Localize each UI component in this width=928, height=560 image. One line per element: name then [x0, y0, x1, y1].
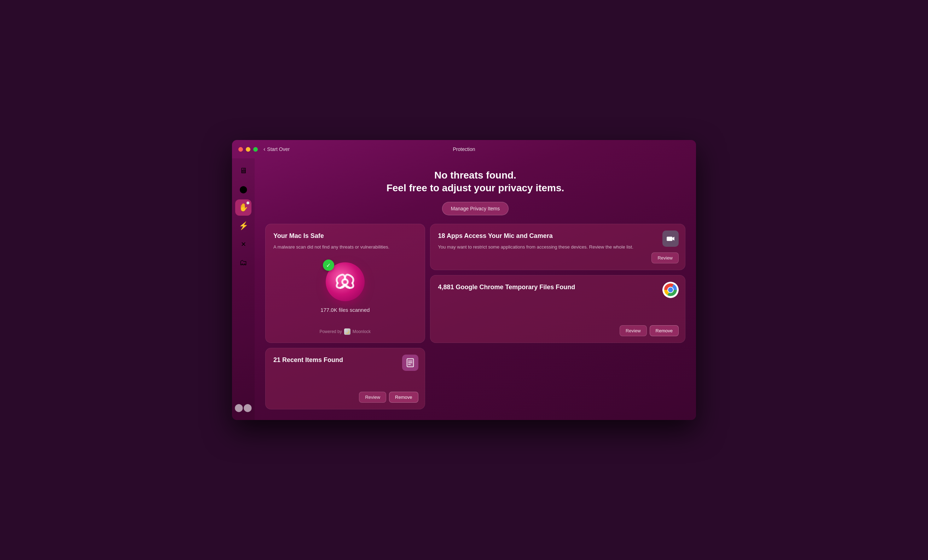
card-recent-items: 21 Recent Items Found Review Remove	[265, 348, 425, 409]
safe-illustration: ✓	[273, 251, 417, 325]
close-button[interactable]	[238, 147, 243, 152]
chrome-card-title: 4,881 Google Chrome Temporary Files Foun…	[438, 283, 677, 291]
moonlock-brand: Moonlock	[353, 329, 371, 334]
scan-count: 177.0K files scanned	[321, 307, 369, 313]
back-button[interactable]: ‹ Start Over	[264, 146, 290, 153]
chrome-icon	[662, 282, 679, 298]
mic-camera-title: 18 Apps Access Your Mic and Camera	[438, 232, 677, 240]
settings-button[interactable]: ⬤⬤	[235, 400, 252, 416]
traffic-lights	[238, 147, 258, 152]
svg-point-8	[668, 287, 673, 292]
minimize-button[interactable]	[246, 147, 250, 152]
titlebar: ‹ Start Over Protection	[232, 140, 696, 159]
card-chrome: 4,881 Google Chrome Temporary Files Foun…	[430, 275, 685, 343]
mic-camera-actions: Review	[652, 252, 679, 263]
moonlock-logo: 🌙	[344, 328, 351, 335]
camera-icon	[662, 230, 679, 247]
recent-actions: Review Remove	[359, 392, 418, 403]
powered-by-label: Powered by	[319, 329, 342, 334]
window-title: Protection	[453, 146, 475, 152]
manage-privacy-items-button[interactable]: Manage Privacy Items	[442, 202, 509, 215]
sidebar-item-protection[interactable]: ✋	[235, 199, 252, 216]
sidebar-item-performance[interactable]: ⚡	[235, 218, 252, 234]
chrome-review-button[interactable]: Review	[620, 325, 647, 336]
sidebar-item-files[interactable]: 🗂	[235, 255, 252, 271]
recent-remove-button[interactable]: Remove	[389, 392, 418, 403]
protection-icon: ✋	[239, 203, 248, 212]
safe-card-title: Your Mac Is Safe	[273, 232, 417, 240]
chevron-left-icon: ‹	[264, 146, 265, 153]
mic-camera-description: You may want to restrict some applicatio…	[438, 244, 677, 251]
header-section: No threats found. Feel free to adjust yo…	[265, 165, 685, 224]
header-line1: No threats found.	[265, 169, 685, 182]
app-window: ‹ Start Over Protection 🖥 ⬤ ✋ ⚡ ✕	[232, 140, 696, 420]
settings-icon: ⬤⬤	[235, 403, 252, 412]
svg-rect-3	[667, 237, 672, 241]
files-icon: 🗂	[240, 258, 247, 267]
shield-badge: ✓	[323, 259, 334, 271]
biohazard-circle: ✓	[326, 262, 365, 301]
maximize-button[interactable]	[253, 147, 258, 152]
chrome-remove-button[interactable]: Remove	[650, 325, 679, 336]
active-dot	[246, 201, 249, 204]
recent-items-title: 21 Recent Items Found	[273, 356, 417, 364]
recent-review-button[interactable]: Review	[359, 392, 386, 403]
mic-camera-review-button[interactable]: Review	[652, 252, 679, 263]
apps-icon: ✕	[241, 240, 246, 248]
svg-marker-4	[672, 237, 674, 240]
disk-icon: 🖥	[240, 166, 247, 175]
document-list-svg	[405, 358, 415, 368]
privacy-icon: ⬤	[240, 185, 247, 194]
card-mic-camera: 18 Apps Access Your Mic and Camera You m…	[430, 224, 685, 270]
card-safe: Your Mac Is Safe A malware scan did not …	[265, 224, 425, 343]
recent-items-icon	[402, 355, 418, 371]
header-title: No threats found. Feel free to adjust yo…	[265, 169, 685, 195]
performance-icon: ⚡	[239, 221, 248, 230]
main-layout: 🖥 ⬤ ✋ ⚡ ✕ 🗂 ⬤⬤	[232, 159, 696, 420]
header-line2: Feel free to adjust your privacy items.	[265, 182, 685, 194]
cards-grid: Your Mac Is Safe A malware scan did not …	[265, 224, 685, 409]
camera-svg	[666, 234, 675, 243]
biohazard-icon: ✓	[326, 262, 365, 301]
sidebar-item-privacy[interactable]: ⬤	[235, 181, 252, 197]
biohazard-svg	[334, 270, 357, 293]
sidebar-item-disk[interactable]: 🖥	[235, 163, 252, 179]
content-area: No threats found. Feel free to adjust yo…	[255, 159, 696, 420]
sidebar-item-apps[interactable]: ✕	[235, 236, 252, 252]
chrome-actions: Review Remove	[620, 325, 679, 336]
safe-card-description: A malware scan did not find any threats …	[273, 244, 417, 251]
scan-count-number: 177.0K files scanned	[321, 307, 369, 313]
powered-by: Powered by 🌙 Moonlock	[273, 328, 417, 335]
back-label: Start Over	[267, 146, 290, 152]
sidebar: 🖥 ⬤ ✋ ⚡ ✕ 🗂 ⬤⬤	[232, 159, 255, 420]
chrome-svg	[662, 282, 679, 298]
